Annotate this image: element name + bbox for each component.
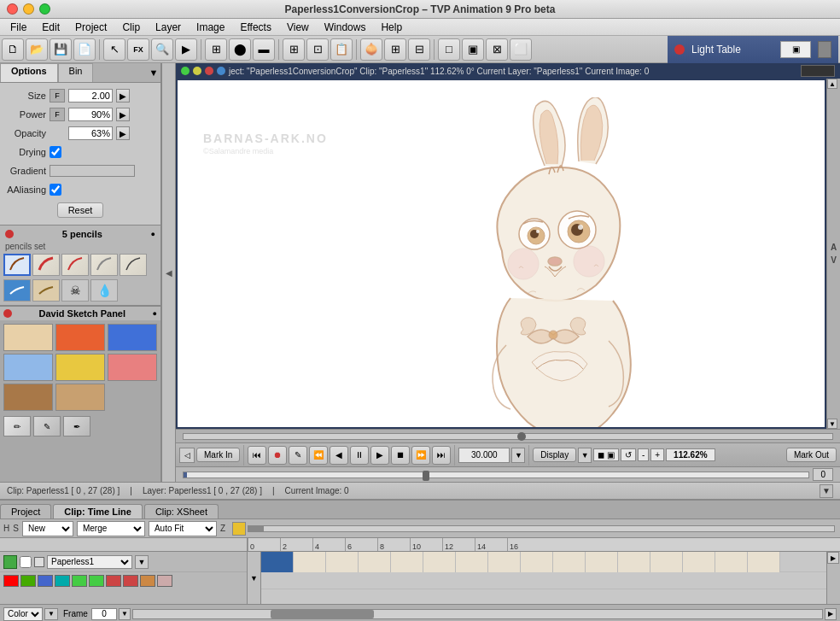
window-controls[interactable]	[7, 3, 50, 15]
frame-zoom-out[interactable]: -	[638, 448, 649, 461]
minimize-btn[interactable]	[23, 3, 34, 15]
tl-frame-0-8[interactable]	[521, 552, 553, 572]
layer-color-swatch[interactable]	[3, 555, 17, 569]
transport-stop-draw[interactable]: ✎	[289, 446, 307, 465]
toolbar-tool1[interactable]: ⊠	[486, 38, 508, 61]
menu-clip[interactable]: Clip	[115, 21, 147, 34]
gradient-bar[interactable]	[50, 165, 135, 177]
menu-file[interactable]: File	[3, 21, 33, 34]
toolbar-frame2[interactable]: ▣	[462, 38, 484, 61]
tl-hscroll[interactable]	[132, 609, 823, 619]
tab-clip-timeline[interactable]: Clip: Time Line	[53, 504, 143, 518]
color-mode-arrow[interactable]: ▼	[44, 608, 58, 620]
tl-frame-0-6[interactable]	[456, 552, 488, 572]
lt-close[interactable]	[818, 41, 831, 58]
toolbar-color-wheel[interactable]: ⬤	[229, 38, 251, 61]
toolbar-save[interactable]: 💾	[50, 38, 72, 61]
scroll-up[interactable]: ▲	[827, 79, 837, 89]
color-red2[interactable]	[106, 575, 121, 587]
panel-arrow[interactable]: ▼	[147, 63, 160, 82]
sketch-color-5[interactable]	[108, 354, 157, 381]
scroll-down[interactable]: ▼	[827, 419, 837, 429]
toolbar-select[interactable]: ↖	[103, 38, 125, 61]
menu-edit[interactable]: Edit	[35, 21, 67, 34]
size-mode[interactable]: F	[50, 89, 65, 103]
toolbar-grid[interactable]: ⊞	[283, 38, 305, 61]
pencil-item-5[interactable]	[3, 279, 31, 302]
pencil-special-skull[interactable]: ☠	[61, 279, 89, 302]
tl-frame-0-12[interactable]	[650, 552, 683, 572]
sketch-color-4[interactable]	[55, 354, 105, 381]
toolbar-save-as[interactable]: 📄	[73, 38, 96, 61]
power-mode[interactable]: F	[50, 108, 65, 121]
pencil-item-3[interactable]	[90, 254, 118, 276]
transport-step-fwd[interactable]: ⏸	[350, 446, 369, 465]
transport-stop[interactable]: ⏹	[391, 446, 410, 465]
playback-track[interactable]	[183, 433, 833, 440]
status-expand[interactable]: ▼	[820, 484, 833, 498]
color-lt-green2[interactable]	[89, 575, 104, 587]
sketch-color-2[interactable]	[108, 324, 157, 351]
toolbar-color-rect[interactable]: ▬	[253, 38, 275, 61]
transport-back-start[interactable]: ⏮	[248, 446, 266, 465]
toolbar-open[interactable]: 📂	[26, 38, 48, 61]
tl-frame-0-7[interactable]	[488, 552, 521, 572]
menu-view[interactable]: View	[280, 21, 316, 34]
maximize-btn[interactable]	[39, 3, 50, 15]
transport-end[interactable]: ⏭	[432, 446, 451, 465]
layer-name-select[interactable]: Paperless1	[47, 555, 132, 569]
canvas-container[interactable]: BARNAS-ARK.NO ©Salamandre media	[178, 80, 825, 427]
sketch-color-7[interactable]	[55, 384, 105, 411]
playback-handle[interactable]	[423, 471, 429, 481]
sketch-color-3[interactable]	[3, 354, 53, 381]
playback-timeline-track[interactable]	[183, 472, 809, 478]
fps-input[interactable]	[458, 448, 510, 463]
tl-merge-select[interactable]: Merge	[77, 521, 145, 536]
reset-btn[interactable]: Reset	[57, 202, 104, 218]
pencil-item-6[interactable]	[32, 279, 60, 302]
toolbar-frame[interactable]: □	[438, 38, 460, 61]
toolbar-storyboard[interactable]: 📋	[330, 38, 353, 61]
layer-visibility[interactable]	[20, 556, 32, 568]
layer-expand[interactable]: ▼	[135, 555, 149, 569]
transport-record[interactable]: ⏺	[268, 446, 287, 465]
play-marker[interactable]: ◁	[179, 448, 195, 463]
color-red[interactable]	[3, 575, 19, 587]
power-input[interactable]	[68, 108, 113, 121]
tl-frame-0-4[interactable]	[391, 552, 423, 572]
timeline-frames[interactable]	[261, 552, 826, 604]
sketch-icon-1[interactable]: ✎	[33, 416, 61, 436]
transport-prev-frame[interactable]: ⏪	[309, 446, 328, 465]
menu-help[interactable]: Help	[374, 21, 409, 34]
color-orange[interactable]	[140, 575, 155, 587]
size-input[interactable]	[68, 89, 113, 103]
timeline-arrow[interactable]: ▼	[248, 552, 261, 604]
tl-frame-0-13[interactable]	[683, 552, 715, 572]
toolbar-play[interactable]: ▶	[175, 38, 197, 61]
color-pink[interactable]	[157, 575, 172, 587]
toolbar-grid2[interactable]: ⊡	[306, 38, 329, 61]
aaliasing-checkbox[interactable]	[50, 184, 61, 196]
display-btn[interactable]: Display	[533, 448, 576, 462]
tab-clip-xsheet[interactable]: Clip: XSheet	[144, 504, 219, 518]
toolbar-new[interactable]: 🗋	[2, 38, 24, 61]
tl-scroll-bar[interactable]	[248, 525, 835, 532]
opacity-stepper[interactable]: ▶	[116, 126, 130, 140]
tl-scroll-end[interactable]: ▶	[825, 608, 837, 620]
color-lt-green[interactable]	[72, 575, 87, 587]
lt-control[interactable]: ▣	[780, 41, 811, 58]
color-cyan[interactable]	[55, 575, 70, 587]
tl-frame-0-1[interactable]	[294, 552, 326, 572]
sketch-color-1[interactable]	[55, 324, 105, 351]
pencil-special-drop[interactable]: 💧	[90, 279, 118, 302]
toolbar-grid3[interactable]: ⊞	[384, 38, 406, 61]
sketch-color-0[interactable]	[3, 324, 53, 351]
pencil-item-1[interactable]	[32, 254, 60, 276]
playback-thumb[interactable]	[517, 432, 526, 441]
tab-bin[interactable]: Bin	[58, 63, 94, 82]
menu-layer[interactable]: Layer	[149, 21, 188, 34]
viewport-close[interactable]	[801, 65, 835, 77]
close-btn[interactable]	[7, 3, 18, 15]
menu-project[interactable]: Project	[68, 21, 114, 34]
toolbar-grid4[interactable]: ⊟	[408, 38, 430, 61]
